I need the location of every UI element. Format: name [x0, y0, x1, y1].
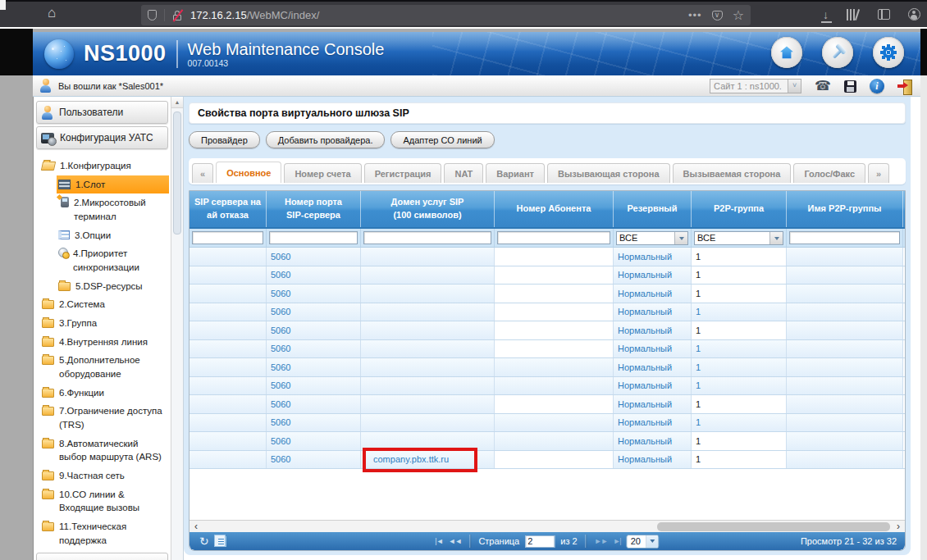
column-header[interactable]: Имя P2P-группы	[787, 191, 903, 227]
p2p-group-name-cell[interactable]	[787, 432, 903, 450]
sidebar-section-users[interactable]: Пользователи	[36, 101, 168, 124]
tab[interactable]: Регистрация	[364, 163, 442, 183]
table-row[interactable]: 5060Нормальный1	[190, 395, 905, 414]
sidebar-item[interactable]: 11.Техническая поддержка	[40, 517, 169, 549]
reserve-cell[interactable]: Нормальный	[614, 266, 692, 285]
tab[interactable]: NAT	[444, 163, 483, 183]
tab[interactable]: Основное	[216, 162, 281, 183]
tab[interactable]: Голос/Факс	[793, 163, 865, 183]
sidebar-item[interactable]: 2.Микросотовый терминал	[57, 193, 169, 225]
home-button[interactable]	[771, 37, 802, 68]
p2p-group-cell[interactable]: 1	[692, 266, 787, 285]
tab[interactable]: Номер счета	[284, 163, 361, 183]
table-row[interactable]: 5060Нормальный1	[190, 321, 905, 340]
sidebar-item[interactable]: 1.Конфигурация	[40, 157, 169, 175]
reserve-cell[interactable]: Нормальный	[614, 358, 692, 376]
p2p-group-cell[interactable]: 1	[692, 303, 787, 321]
reserve-cell[interactable]: Нормальный	[614, 285, 692, 303]
tab[interactable]: Вызываемая сторона	[673, 163, 792, 183]
sip-server-port-cell[interactable]: 5060	[267, 414, 361, 432]
p2p-group-name-cell[interactable]	[787, 395, 903, 413]
table-row[interactable]: 5060Нормальный1	[190, 358, 905, 377]
p2p-group-name-cell[interactable]	[787, 248, 903, 266]
sip-server-port-cell[interactable]: 5060	[267, 432, 361, 450]
copy-icon[interactable]	[217, 536, 226, 547]
filter-input[interactable]	[789, 231, 900, 244]
last-page-icon[interactable]: ►|	[613, 537, 620, 545]
sip-service-domain-cell[interactable]	[361, 414, 495, 432]
failover-cell[interactable]	[190, 451, 267, 469]
sip-service-domain-cell[interactable]: company.pbx.ttk.ru	[361, 451, 495, 469]
sidebar-item[interactable]: 5.DSP-ресурсы	[57, 277, 169, 296]
subscriber-number-cell[interactable]	[495, 414, 614, 432]
column-header[interactable]: Домен услуг SIP(100 символов)	[361, 191, 495, 227]
trunk-adapter-button[interactable]: Адаптер СО линий	[390, 131, 494, 148]
settings-button[interactable]	[873, 37, 904, 68]
site-select[interactable]: Сайт 1 : ns1000. ˅	[710, 79, 801, 93]
failover-cell[interactable]	[190, 303, 267, 321]
sidebar-item[interactable]: 7.Ограничение доступа (TRS)	[40, 402, 169, 434]
p2p-group-name-cell[interactable]	[787, 451, 903, 469]
p2p-group-name-cell[interactable]	[787, 266, 903, 285]
p2p-group-cell[interactable]: 1	[692, 321, 787, 339]
filter-select[interactable]: ВСЕ	[616, 231, 688, 245]
p2p-group-name-cell[interactable]	[787, 377, 903, 395]
sip-service-domain-cell[interactable]	[361, 321, 495, 339]
subscriber-number-cell[interactable]	[495, 303, 614, 321]
logout-icon[interactable]	[897, 80, 912, 93]
column-header[interactable]: P2P-группа	[692, 191, 787, 227]
horizontal-scrollbar[interactable]: ‹ ›	[190, 520, 905, 532]
scroll-left-icon[interactable]: ‹	[190, 521, 203, 532]
reserve-cell[interactable]: Нормальный	[614, 340, 692, 358]
scrollbar-track[interactable]	[203, 521, 892, 532]
p2p-group-name-cell[interactable]	[787, 321, 903, 339]
sidebar-item[interactable]: 4.Приоритет синхронизации	[57, 244, 169, 276]
sip-service-domain-cell[interactable]	[361, 358, 495, 376]
failover-cell[interactable]	[190, 340, 267, 358]
sidebar-scrollbar[interactable]: ▲	[171, 97, 183, 560]
sip-server-port-cell[interactable]: 5060	[267, 340, 361, 358]
filter-input[interactable]	[363, 231, 491, 244]
failover-cell[interactable]	[190, 377, 267, 395]
subscriber-number-cell[interactable]	[495, 340, 614, 358]
first-page-icon[interactable]: |◄	[435, 537, 442, 545]
downloads-icon[interactable]: ↓	[823, 10, 829, 20]
reserve-cell[interactable]: Нормальный	[614, 377, 692, 395]
scroll-up-icon[interactable]: ▲	[171, 97, 183, 108]
library-icon[interactable]	[847, 9, 860, 20]
provider-button[interactable]: Провайдер	[189, 131, 260, 148]
p2p-group-name-cell[interactable]	[787, 358, 903, 376]
column-header[interactable]: Резервный	[614, 191, 692, 227]
reserve-cell[interactable]: Нормальный	[614, 248, 692, 266]
table-row[interactable]: 5060Нормальный1	[190, 266, 905, 285]
sidebar-item[interactable]: 2.Система	[40, 295, 169, 314]
filter-input[interactable]	[192, 231, 263, 244]
failover-cell[interactable]	[190, 321, 267, 339]
p2p-group-cell[interactable]: 1	[692, 340, 787, 358]
failover-cell[interactable]	[190, 432, 267, 450]
sip-server-port-cell[interactable]: 5060	[267, 248, 361, 266]
sip-service-domain-cell[interactable]	[361, 266, 495, 285]
p2p-group-name-cell[interactable]	[787, 303, 903, 321]
filter-input[interactable]	[497, 231, 610, 244]
failover-cell[interactable]	[190, 248, 267, 266]
sip-server-port-cell[interactable]: 5060	[267, 303, 361, 321]
page-actions-icon[interactable]: •••	[688, 9, 702, 21]
sidebar-item[interactable]: 8.Автоматический выбор маршрута (ARS)	[40, 435, 169, 467]
browser-home-icon[interactable]: ⌂	[48, 5, 56, 21]
account-icon[interactable]	[908, 8, 920, 20]
column-header[interactable]: Номер Абонента	[495, 191, 614, 227]
subscriber-number-cell[interactable]	[495, 451, 614, 469]
sidebar-item[interactable]: 6.Функции	[40, 384, 169, 403]
reserve-cell[interactable]: Нормальный	[614, 321, 692, 339]
failover-cell[interactable]	[190, 285, 267, 303]
sip-service-domain-cell[interactable]	[361, 303, 495, 321]
sidebar-toggle-icon[interactable]	[878, 9, 890, 20]
reserve-cell[interactable]: Нормальный	[614, 303, 692, 321]
bookmark-star-icon[interactable]: ☆	[733, 9, 744, 22]
sidebar-item[interactable]: 3.Опции	[57, 226, 169, 245]
page-size-select[interactable]: 20	[627, 535, 660, 549]
table-row[interactable]: 5060Нормальный1	[190, 414, 905, 433]
subscriber-number-cell[interactable]	[495, 358, 614, 376]
sidebar-section-pbx-configuration[interactable]: Конфигурация УАТС	[36, 126, 168, 149]
